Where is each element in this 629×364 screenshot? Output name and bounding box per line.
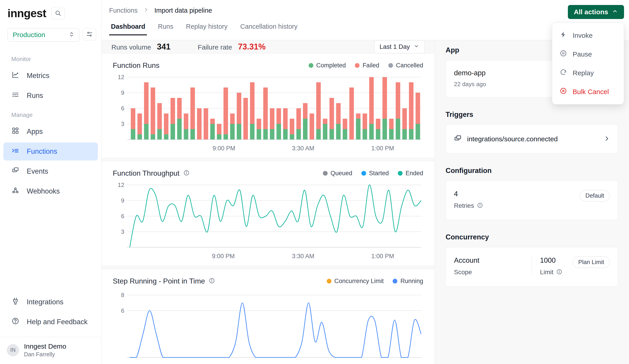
tab-replay-history[interactable]: Replay history	[186, 23, 228, 35]
sidebar-item-label: Help and Feedback	[27, 318, 88, 326]
svg-text:6: 6	[121, 213, 124, 220]
legend-concurrency-limit[interactable]: Concurrency Limit	[327, 278, 384, 285]
started-dot-icon	[361, 171, 366, 176]
concurrency-limit-value: 1000	[540, 256, 562, 265]
function-throughput-legend: Queued Started Ended	[323, 170, 423, 177]
sidebar-item-metrics[interactable]: Metrics	[3, 67, 98, 85]
svg-text:6: 6	[121, 105, 124, 112]
svg-text:1:00 PM: 1:00 PM	[371, 145, 394, 152]
cancelled-dot-icon	[388, 63, 393, 68]
svg-text:9: 9	[121, 197, 124, 204]
running-dot-icon	[393, 279, 397, 283]
time-range-select[interactable]: Last 1 Day	[374, 40, 425, 53]
function-runs-legend: Completed Failed Cancelled	[309, 62, 423, 69]
sidebar-item-help[interactable]: Help and Feedback	[3, 313, 98, 331]
sidebar-item-label: Apps	[27, 127, 43, 136]
legend-queued[interactable]: Queued	[323, 170, 352, 177]
legend-completed[interactable]: Completed	[309, 62, 346, 69]
svg-text:9: 9	[121, 89, 124, 96]
main: Functions Import data pipeline Dashboard…	[101, 0, 629, 364]
sidebar-item-integrations[interactable]: Integrations	[3, 293, 98, 311]
info-icon[interactable]	[208, 277, 215, 285]
environment-select[interactable]: Production	[7, 28, 79, 42]
retries-value: 4	[454, 190, 483, 198]
retries-label: Retries	[454, 202, 474, 209]
menu-item-replay[interactable]: Replay	[552, 64, 624, 82]
all-actions-button[interactable]: All actions	[568, 5, 624, 19]
concurrency-card: Account Scope 1000 Limit	[446, 247, 618, 286]
legend-failed[interactable]: Failed	[355, 62, 379, 69]
concurrency-scope-value: Account	[454, 256, 523, 265]
stats-row: Runs volume 341 Failure rate 73.31% Last…	[101, 40, 435, 53]
svg-text:6: 6	[121, 307, 124, 314]
user-menu[interactable]: IN Inngest Demo Dan Farrelly	[0, 337, 101, 364]
search-icon	[54, 9, 62, 17]
function-throughput-title: Function Throughput	[113, 169, 179, 178]
nav-section-monitor: Monitor	[3, 51, 98, 65]
default-badge: Default	[580, 190, 610, 201]
cancel-circle-icon	[560, 87, 567, 96]
sidebar-item-functions[interactable]: Functions	[3, 142, 98, 161]
info-icon[interactable]	[183, 170, 190, 177]
step-running-legend: Concurrency Limit Running	[327, 278, 423, 285]
tab-runs[interactable]: Runs	[158, 23, 173, 35]
step-running-card: Step Running - Point in Time Concurrency…	[101, 269, 435, 364]
chevron-down-icon	[413, 43, 419, 51]
menu-item-invoke[interactable]: Invoke	[552, 26, 624, 45]
environment-label: Production	[13, 31, 45, 39]
chevron-up-icon	[612, 8, 618, 16]
sidebar-item-webhooks[interactable]: Webhooks	[3, 182, 98, 200]
chevron-right-icon	[143, 7, 149, 14]
sidebar-nav: Monitor Metrics Runs Manage Apps	[0, 42, 101, 202]
function-runs-chart: 369129:00 PM3:30 AM1:00 PM	[113, 72, 423, 158]
all-actions-menu: Invoke Pause Replay Bulk Cancel	[552, 23, 624, 104]
sidebar-item-label: Functions	[27, 147, 57, 156]
triggers-heading: Triggers	[446, 110, 618, 119]
legend-started[interactable]: Started	[361, 170, 389, 177]
svg-text:1:00 PM: 1:00 PM	[371, 253, 394, 260]
pause-circle-icon	[560, 50, 567, 59]
sidebar-item-runs[interactable]: Runs	[3, 87, 98, 105]
sidebar-item-label: Metrics	[27, 72, 49, 80]
replay-icon	[560, 68, 567, 78]
charts-column: Runs volume 341 Failure rate 73.31% Last…	[101, 40, 435, 364]
sidebar-item-label: Runs	[27, 91, 43, 100]
svg-text:12: 12	[118, 74, 124, 81]
search-button[interactable]	[51, 7, 65, 20]
sidebar-item-events[interactable]: Events	[3, 162, 98, 181]
function-throughput-card: Function Throughput Queued	[101, 161, 435, 266]
queued-dot-icon	[323, 171, 328, 176]
menu-item-pause[interactable]: Pause	[552, 45, 624, 64]
failure-rate-value: 73.31%	[238, 42, 266, 52]
svg-text:12: 12	[118, 182, 124, 188]
tab-bar: Dashboard Runs Replay history Cancellati…	[109, 23, 629, 35]
svg-text:3:30 AM: 3:30 AM	[292, 145, 314, 152]
tab-dashboard[interactable]: Dashboard	[111, 23, 145, 35]
runs-volume-value: 341	[157, 42, 170, 52]
stat-runs-volume: Runs volume 341	[111, 42, 170, 52]
function-runs-card: Function Runs Completed Failed	[101, 53, 435, 158]
tab-cancellation-history[interactable]: Cancellation history	[240, 23, 298, 35]
concurrency-limit-dot-icon	[327, 279, 331, 283]
events-icon	[11, 166, 19, 176]
event-icon	[454, 134, 462, 144]
inngest-logo: inngest	[7, 7, 46, 20]
legend-running[interactable]: Running	[393, 278, 423, 285]
info-icon[interactable]	[556, 269, 562, 276]
concurrency-limit-label: Limit	[540, 269, 553, 276]
menu-item-bulk-cancel[interactable]: Bulk Cancel	[552, 82, 624, 101]
function-throughput-chart: 369129:00 PM3:30 AM1:00 PM	[113, 180, 423, 266]
breadcrumb-functions[interactable]: Functions	[109, 7, 138, 14]
configuration-heading: Configuration	[446, 167, 618, 175]
plug-icon	[11, 297, 19, 307]
apps-icon	[11, 127, 19, 137]
environment-filter-button[interactable]	[83, 28, 96, 41]
legend-ended[interactable]: Ended	[398, 170, 423, 177]
sidebar-item-apps[interactable]: Apps	[3, 123, 98, 141]
sidebar-spacer	[0, 202, 101, 291]
bolt-icon	[560, 31, 567, 40]
webhooks-icon	[11, 186, 19, 196]
trigger-card[interactable]: integrations/source.connected	[446, 125, 618, 154]
info-icon[interactable]	[477, 202, 483, 209]
legend-cancelled[interactable]: Cancelled	[388, 62, 423, 69]
